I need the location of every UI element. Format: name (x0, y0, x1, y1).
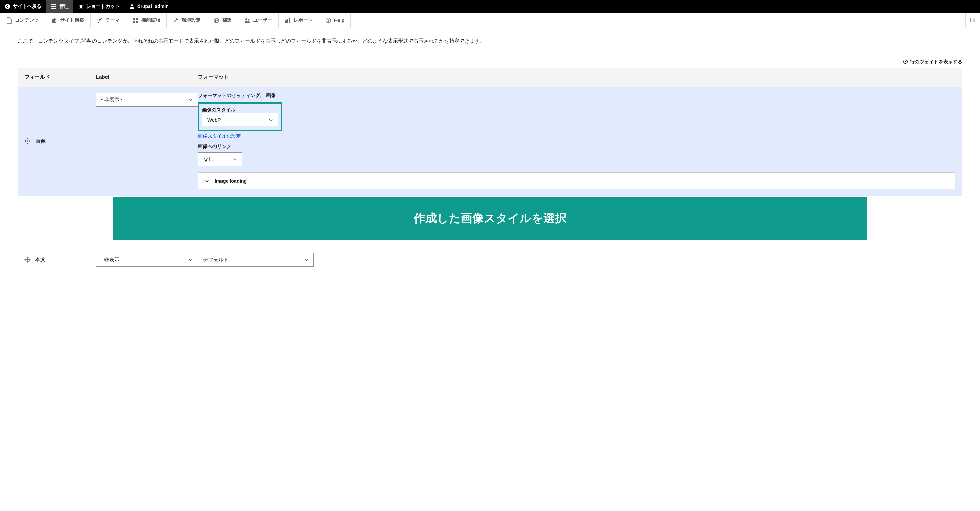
back-to-site-label: サイトへ戻る (13, 3, 41, 10)
arrow-left-circle-icon (5, 4, 10, 9)
intro-pre: ここで、コンテンツタイプ (18, 38, 80, 44)
admin-toolbar: サイトへ戻る 管理 ショートカット drupal_admin (0, 0, 980, 13)
menu-extend[interactable]: 機能拡張 (126, 13, 167, 27)
format-cell-body: デフォルト (198, 253, 956, 267)
svg-rect-12 (285, 21, 286, 23)
admin-menu: コンテンツ サイト構築 テーマ 機能拡張 環境設定 翻訳 ユーザー レポート ?… (0, 13, 980, 28)
chart-icon (285, 18, 291, 24)
back-to-site-button[interactable]: サイトへ戻る (0, 0, 46, 13)
chevron-down-icon (232, 157, 237, 162)
chevron-down-icon (188, 257, 193, 262)
label-cell-body: - 非表示 - (96, 253, 198, 267)
image-loading-accordion[interactable]: Image loading (198, 172, 956, 189)
svg-rect-14 (289, 18, 290, 23)
image-style-label: 画像のスタイル (202, 107, 278, 113)
users-icon (244, 18, 250, 24)
fields-table: フィールド Label フォーマット 画像 - 非表示 - フォーマットのセッテ… (18, 68, 962, 273)
svg-rect-7 (133, 21, 135, 23)
globe-icon (213, 18, 220, 24)
row-handle-body: 本文 (24, 253, 96, 263)
format-select-value: デフォルト (203, 257, 229, 263)
svg-rect-13 (287, 19, 288, 23)
format-cell-image: フォーマットのセッティング。 画像 画像のスタイル WebP 画像スタイルの設定… (198, 93, 956, 189)
image-link-select[interactable]: なし (198, 152, 242, 166)
svg-rect-5 (133, 18, 135, 20)
blocks-icon (132, 18, 138, 24)
menu-theme[interactable]: テーマ (91, 13, 126, 27)
image-link-label: 画像へのリンク (198, 144, 956, 150)
collapse-icon (970, 18, 976, 24)
label-select-body[interactable]: - 非表示 - (96, 253, 198, 267)
intro-em: 記事 (80, 38, 91, 44)
field-name-image: 画像 (35, 138, 46, 144)
label-select-value: - 非表示 - (101, 96, 123, 103)
menu-extend-label: 機能拡張 (141, 18, 160, 24)
drag-icon[interactable] (24, 257, 30, 263)
shortcuts-label: ショートカット (86, 3, 120, 10)
drag-icon[interactable] (24, 138, 30, 144)
menu-config-label: 環境設定 (182, 18, 201, 24)
chevron-down-icon (304, 257, 309, 262)
field-row-image: 画像 - 非表示 - フォーマットのセッティング。 画像 画像のスタイル Web… (18, 86, 962, 196)
header-field: フィールド (24, 74, 96, 80)
svg-point-4 (131, 5, 133, 6)
hamburger-icon (51, 4, 56, 9)
intro-post: のコンテンツが、それぞれの表示モードで表示された際、どのフィールドを表示しどのフ… (91, 38, 485, 44)
menu-translate-label: 翻訳 (222, 18, 232, 24)
svg-point-18 (905, 61, 906, 62)
annotation-banner: 作成した画像スタイルを選択 (113, 197, 867, 240)
label-select-image[interactable]: - 非表示 - (96, 93, 198, 107)
menu-translate[interactable]: 翻訳 (207, 13, 238, 27)
show-row-weights-label: 行のウェイトを表示する (910, 59, 962, 65)
menu-theme-label: テーマ (105, 18, 120, 24)
puzzle-icon (51, 18, 57, 24)
image-style-highlight-box: 画像のスタイル WebP (198, 102, 282, 131)
table-header: フィールド Label フォーマット (18, 68, 962, 86)
svg-rect-1 (51, 5, 56, 5)
svg-point-11 (248, 19, 250, 21)
annotation-text: 作成した画像スタイルを選択 (414, 212, 566, 225)
username-label: drupal_admin (137, 4, 169, 9)
field-name-body: 本文 (35, 256, 46, 263)
image-style-value: WebP (207, 117, 221, 123)
label-cell-image: - 非表示 - (96, 93, 198, 107)
toolbar-orientation-toggle[interactable] (966, 13, 980, 27)
menu-help-label: Help (334, 18, 344, 23)
chevron-down-icon (188, 97, 193, 102)
menu-content-label: コンテンツ (15, 18, 39, 24)
show-row-weights-link[interactable]: 行のウェイトを表示する (18, 59, 962, 65)
brush-icon (97, 18, 103, 24)
chevron-down-icon (205, 179, 209, 183)
format-settings-heading: フォーマットのセッティング。 画像 (198, 93, 956, 99)
image-style-select[interactable]: WebP (202, 113, 278, 126)
menu-structure[interactable]: サイト構築 (45, 13, 91, 27)
svg-text:?: ? (327, 19, 329, 22)
image-link-value: なし (203, 156, 213, 163)
row-handle-image: 画像 (24, 138, 96, 144)
svg-rect-6 (136, 18, 138, 20)
star-icon (78, 4, 84, 9)
user-menu-button[interactable]: drupal_admin (124, 0, 173, 13)
shortcuts-button[interactable]: ショートカット (73, 0, 124, 13)
target-icon (903, 59, 908, 65)
manage-button[interactable]: 管理 (46, 0, 73, 13)
menu-content[interactable]: コンテンツ (0, 13, 45, 27)
image-style-config-link[interactable]: 画像スタイルの設定 (198, 133, 956, 139)
svg-point-10 (245, 18, 247, 21)
svg-point-0 (5, 4, 10, 9)
header-format: フォーマット (198, 74, 956, 80)
menu-reports-label: レポート (294, 18, 313, 24)
menu-reports[interactable]: レポート (279, 13, 319, 27)
chevron-down-icon (269, 118, 273, 122)
label-select-value: - 非表示 - (101, 257, 123, 263)
menu-users[interactable]: ユーザー (238, 13, 279, 27)
format-select-body[interactable]: デフォルト (198, 253, 314, 267)
user-icon (129, 4, 135, 9)
menu-users-label: ユーザー (253, 18, 272, 24)
menu-config[interactable]: 環境設定 (167, 13, 207, 27)
wrench-icon (173, 18, 179, 24)
svg-rect-3 (51, 8, 56, 9)
header-label: Label (96, 74, 198, 80)
file-icon (6, 18, 12, 24)
menu-help[interactable]: ? Help (319, 13, 351, 27)
